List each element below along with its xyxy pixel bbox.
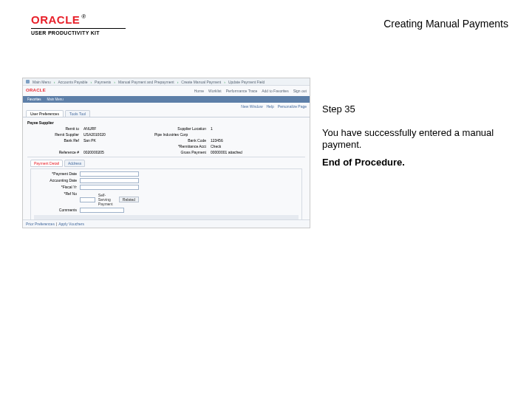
page-utility-row: New Window Help Personalize Page [23, 103, 310, 109]
brand-subtitle: USER PRODUCTIVITY KIT [31, 30, 126, 35]
label: Comments [34, 208, 77, 213]
label: *Payment Date [34, 171, 77, 177]
link-add-fav[interactable]: Add to Favorites [262, 89, 288, 93]
brand-logo: ORACLE® USER PRODUCTIVITY KIT [31, 13, 126, 35]
comments-input[interactable] [80, 208, 124, 213]
embedded-screenshot: Main Menu › Accounts Payable › Payments … [22, 78, 310, 228]
label: *Remittance Acct [154, 144, 206, 149]
value: 0020000205 [83, 150, 150, 154]
payment-date-input[interactable] [80, 171, 139, 177]
bottom-links: Prior Preferences | Apply Vouchers [23, 219, 310, 228]
page-title: Creating Manual Payments [383, 18, 508, 30]
brand-mini: ORACLE [26, 88, 46, 93]
label: Remit Supplier [27, 132, 79, 137]
value: USA2010020 [83, 132, 150, 137]
label: Accounting Date [34, 178, 77, 183]
value: Check [211, 144, 277, 149]
link-new-window[interactable]: New Window [241, 104, 262, 109]
accounting-date-input[interactable] [80, 178, 139, 183]
crumb: Payments [95, 80, 111, 84]
label: Gross Payment [154, 150, 206, 154]
divider [27, 157, 305, 157]
value: Pipe Industries Corp [154, 132, 277, 137]
value: ANURF [83, 126, 150, 131]
tab-address[interactable]: Address [64, 160, 85, 167]
app-bar: ORACLE Home Worklist Performance Trace A… [23, 86, 310, 96]
menu-favorites[interactable]: Favorites [27, 98, 41, 101]
menu-main[interactable]: Main Menu [47, 98, 64, 101]
assign-label: Self-Serving Payment [98, 193, 116, 206]
sub-tabs: Payment Detail Address [30, 160, 305, 167]
crumb: Manual Payment and Prepayment [118, 80, 174, 84]
end-of-procedure: End of Procedure. [322, 157, 405, 168]
label: Totals [38, 228, 105, 228]
step-label: Step 35 [322, 103, 355, 115]
label: *Ref No [34, 191, 77, 206]
tab-tools[interactable]: Tools Tool [65, 110, 90, 117]
value: 00000001 attached [211, 150, 277, 154]
link-home[interactable]: Home [194, 89, 204, 93]
link-personalize[interactable]: Personalize Page [278, 104, 307, 109]
crumb: Update Payment Field [228, 80, 265, 84]
value: 123456 [211, 138, 277, 143]
registered-icon: ® [81, 13, 86, 20]
tab-user-pref[interactable]: User Preferences [26, 110, 64, 117]
related-button[interactable]: Related [119, 197, 139, 202]
tab-payment-detail[interactable]: Payment Detail [30, 160, 63, 167]
label: Bank Ref [27, 138, 79, 143]
folder-icon [26, 80, 30, 83]
breadcrumb: Main Menu › Accounts Payable › Payments … [23, 78, 310, 86]
value: 1 [211, 126, 277, 131]
crumb: Main Menu [33, 80, 51, 84]
value: San PK [83, 138, 150, 143]
link-worklist[interactable]: Worklist [208, 89, 222, 93]
menu-bar: Favorites Main Menu [23, 96, 310, 103]
label: Supplier Location [154, 126, 206, 131]
link-help[interactable]: Help [267, 104, 274, 109]
label: Bank Code [154, 138, 206, 143]
link-perf-trace[interactable]: Performance Trace [226, 89, 258, 93]
link-signout[interactable]: Sign out [293, 89, 307, 93]
fiscal-year-input[interactable] [80, 185, 139, 190]
section-title: Payee Supplier [27, 120, 305, 125]
crumb: Accounts Payable [58, 80, 87, 84]
label: Reference # [27, 150, 79, 154]
brand-divider [31, 28, 126, 29]
label: Remit to [27, 126, 79, 131]
step-description: You have successfully entered a manual p… [322, 127, 507, 151]
ref-no-input[interactable] [80, 197, 95, 202]
label: *Fiscal Yr [34, 185, 77, 190]
link-prior-pref[interactable]: Prior Preferences [26, 222, 55, 226]
value: 1.17 [111, 228, 155, 228]
brand-wordmark: ORACLE [31, 13, 80, 26]
page-tabs: User Preferences Tools Tool [23, 109, 310, 117]
link-apply-vouchers[interactable]: Apply Vouchers [58, 222, 84, 226]
form-section: Payee Supplier Remit to ANURF Supplier L… [23, 117, 310, 228]
crumb: Create Manual Payment [181, 80, 221, 84]
